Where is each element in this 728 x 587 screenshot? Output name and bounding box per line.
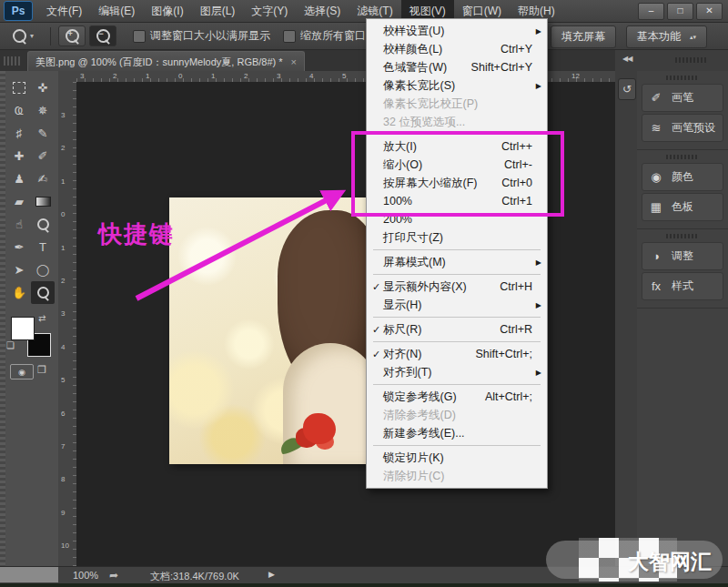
maximize-button[interactable]: □ (667, 3, 693, 20)
eyedropper-button[interactable]: ✎ (31, 122, 55, 145)
view-menu-item[interactable]: 打印尺寸(Z) (367, 228, 547, 247)
ruler-number: 6 (61, 410, 65, 418)
menu-item-label: 锁定参考线(G) (383, 390, 480, 405)
status-menu-arrow-icon[interactable]: ▶ (268, 570, 275, 579)
hand-tool-button[interactable]: ✋ (7, 281, 31, 304)
menu-separator (373, 249, 541, 250)
menubar-item[interactable]: 图层(L) (192, 0, 244, 23)
close-button[interactable]: ✕ (696, 3, 723, 20)
swap-colors-icon[interactable]: ⇄ (38, 313, 46, 323)
history-panel-icon[interactable]: ↺ (618, 78, 636, 100)
smudge-button[interactable]: ☝ (7, 213, 31, 236)
checkmark-icon: ✓ (369, 349, 383, 360)
view-menu-item[interactable]: ✓显示额外内容(X)Ctrl+H (367, 278, 547, 296)
rect-marquee-button[interactable] (7, 76, 31, 99)
view-menu-item[interactable]: ✓对齐(N)Shift+Ctrl+; (367, 345, 547, 363)
menubar-item[interactable]: 图像(I) (143, 0, 191, 23)
tab-grip (4, 56, 22, 66)
panel-dock: ✐画笔≋画笔预设◉颜色▦色板◑调整fx样式 (637, 71, 728, 566)
brush-tool-button[interactable]: ✐ (31, 145, 55, 167)
brush-presets-icon: ≋ (649, 121, 663, 135)
view-menu-item[interactable]: 锁定参考线(G)Alt+Ctrl+; (367, 388, 547, 406)
panel-button-label: 调整 (672, 248, 693, 264)
crop-tool-button[interactable]: ♯ (7, 122, 31, 145)
swatches-panel-button[interactable]: ▦色板 (642, 193, 723, 221)
view-menu-item[interactable]: 色域警告(W)Shift+Ctrl+Y (367, 58, 547, 76)
menu-item-shortcut: Ctrl+Y (500, 43, 532, 56)
clone-stamp-button[interactable]: ♟ (7, 167, 31, 190)
view-menu-item[interactable]: 新建参考线(E)... (367, 424, 547, 442)
zoom-tool-chip[interactable]: ▾ (13, 29, 34, 43)
panel-drag-handle[interactable] (666, 234, 699, 238)
view-menu-item[interactable]: 校样颜色(L)Ctrl+Y (367, 40, 547, 58)
history-brush-button[interactable]: ✍ (31, 167, 55, 190)
menu-item-label: 像素长宽比校正(P) (383, 96, 527, 112)
fill-screen-button[interactable]: 填充屏幕 (551, 25, 616, 48)
screen-mode-button[interactable]: ❐ (37, 364, 46, 376)
type-tool-button[interactable]: T (31, 236, 55, 258)
minimize-button[interactable]: – (638, 3, 664, 20)
ruler-number: 10 (61, 541, 69, 550)
menu-item-label: 对齐到(T) (383, 365, 527, 380)
foreground-color-swatch[interactable] (11, 317, 35, 340)
view-menu-item[interactable]: 校样设置(U)▶ (367, 22, 547, 40)
panel-group: ✐画笔≋画笔预设 (637, 71, 728, 150)
export-icon[interactable]: ➦ (109, 569, 118, 582)
gradient-button[interactable] (31, 190, 55, 213)
styles-panel-button[interactable]: fx样式 (642, 272, 723, 300)
zoom-in-button[interactable]: + (58, 25, 86, 46)
ruler-number: 1 (211, 72, 215, 80)
color-panel-button[interactable]: ◉颜色 (642, 163, 723, 191)
checkbox[interactable] (133, 30, 146, 43)
collapse-panels-icon[interactable]: ◀◀ (622, 55, 632, 63)
view-menu-item[interactable]: 屏幕模式(M)▶ (367, 253, 547, 271)
menu-bar: Ps 文件(F)编辑(E)图像(I)图层(L)文字(Y)选择(S)滤镜(T)视图… (0, 0, 728, 23)
document-image (169, 197, 379, 464)
menubar-item[interactable]: 文字(Y) (243, 0, 296, 23)
path-select-button[interactable]: ➤ (7, 258, 31, 281)
view-menu-item[interactable]: 显示(H)▶ (367, 296, 547, 314)
zoom-out-button[interactable]: − (89, 25, 116, 46)
eraser-button[interactable]: ▰ (7, 190, 31, 213)
ruler-number: 7 (61, 442, 65, 450)
ruler-number: 4 (61, 343, 65, 351)
checkmark-icon: ✓ (369, 324, 383, 336)
adjustments-panel-button[interactable]: ◑调整 (642, 242, 723, 270)
document-tab[interactable]: 美图.png @ 100% (百度ID：sunnyMelody夏, RGB/8#… (27, 51, 305, 72)
pen-tool-icon: ✒ (15, 240, 25, 254)
menu-item-label: 像素长宽比(S) (383, 78, 527, 94)
clone-stamp-icon: ♟ (14, 172, 25, 186)
dock-grip[interactable] (675, 57, 706, 63)
quick-mask-button[interactable]: ◉ (10, 364, 34, 380)
divider (50, 27, 51, 46)
ellipse-button[interactable]: ◯ (31, 258, 55, 281)
view-menu-item[interactable]: ✓标尺(R)Ctrl+R (367, 320, 547, 339)
pen-tool-button[interactable]: ✒ (7, 236, 31, 258)
default-colors-icon[interactable]: ❏ (6, 340, 15, 350)
zoom-level-field[interactable]: 100% (73, 570, 98, 581)
toolbox-grip[interactable] (0, 71, 5, 566)
tab-close-icon[interactable]: × (291, 56, 297, 67)
panel-drag-handle[interactable] (666, 76, 699, 80)
options-checkboxes: 调整窗口大小以满屏显示缩放所有窗口✓ (120, 28, 391, 44)
ruler-number: 1 (61, 177, 65, 186)
lasso-tool-button[interactable]: Ҩ (7, 99, 31, 122)
menubar-item[interactable]: 文件(F) (38, 0, 90, 23)
checkbox[interactable] (283, 30, 296, 43)
zoom-tool-button[interactable] (31, 281, 55, 304)
panel-drag-handle[interactable] (666, 155, 699, 159)
menubar-item[interactable]: 选择(S) (296, 0, 349, 23)
brush-presets-panel-button[interactable]: ≋画笔预设 (642, 114, 723, 142)
swatches-grid-icon: ▦ (649, 200, 663, 214)
brush-panel-button[interactable]: ✐画笔 (642, 84, 723, 112)
view-menu-item[interactable]: 锁定切片(K) (367, 449, 547, 467)
menubar-item[interactable]: 编辑(E) (90, 0, 143, 23)
move-tool-button[interactable]: ✜ (31, 76, 55, 99)
magic-wand-button[interactable]: ✵ (31, 99, 55, 122)
dodge-button[interactable] (31, 213, 55, 236)
view-menu-item[interactable]: 像素长宽比(S)▶ (367, 76, 547, 95)
workspace-select[interactable]: 基本功能 ▴▾ (626, 25, 707, 48)
view-menu-item[interactable]: 对齐到(T)▶ (367, 363, 547, 381)
healing-brush-button[interactable]: ✚ (7, 145, 31, 167)
menu-item-shortcut: Ctrl+H (500, 280, 532, 293)
